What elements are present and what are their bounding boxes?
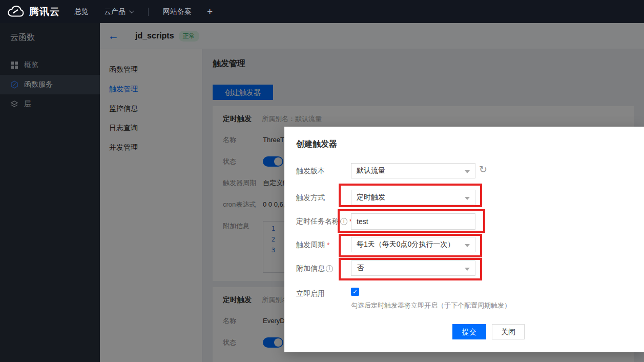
close-button[interactable]: 关闭: [492, 324, 525, 339]
info-icon: i: [340, 218, 347, 225]
task-name-input[interactable]: [351, 213, 475, 230]
method-select-value: 定时触发: [357, 193, 385, 202]
nav-products-label: 云产品: [104, 7, 126, 16]
extra-info-label: 附加信息 i: [296, 264, 333, 273]
version-select-value: 默认流量: [357, 166, 385, 175]
extra-info-select[interactable]: 否: [351, 260, 475, 276]
modal-title: 创建触发器: [296, 139, 337, 150]
task-name-label-text: 定时任务名称: [296, 217, 339, 226]
nav-add-button[interactable]: +: [207, 6, 213, 17]
create-trigger-modal: 创建触发器 触发版本 默认流量 ↻ 触发方式 定时触发 定时任务名称 i * 触…: [284, 127, 644, 352]
caret-down-icon: [465, 170, 470, 173]
brand-name: 腾讯云: [29, 5, 60, 18]
caret-down-icon: [465, 268, 470, 271]
caret-down-icon: [465, 197, 470, 200]
nav-divider: [148, 8, 149, 16]
enable-checkbox[interactable]: ✓: [351, 288, 359, 296]
method-select[interactable]: 定时触发: [351, 190, 475, 205]
info-icon: i: [326, 265, 333, 272]
chevron-down-icon: [129, 8, 134, 13]
version-label: 触发版本: [296, 167, 325, 176]
method-label: 触发方式: [296, 193, 325, 203]
task-name-label: 定时任务名称 i *: [296, 217, 352, 226]
cycle-label-text: 触发周期: [296, 240, 325, 250]
nav-products[interactable]: 云产品: [104, 7, 133, 16]
required-mark: *: [327, 241, 329, 249]
nav-beian[interactable]: 网站备案: [163, 7, 192, 16]
extra-info-label-text: 附加信息: [296, 264, 325, 273]
cycle-select[interactable]: 每1天（每天0点0分执行一次）: [351, 237, 475, 252]
brand[interactable]: 腾讯云: [7, 5, 60, 18]
extra-info-select-value: 否: [357, 264, 364, 273]
tencent-cloud-logo-icon: [7, 5, 25, 18]
cycle-select-value: 每1天（每天0点0分执行一次）: [357, 240, 454, 249]
version-select[interactable]: 默认流量: [351, 163, 475, 178]
top-nav: 腾讯云 总览 云产品 网站备案 +: [0, 0, 644, 23]
nav-overview[interactable]: 总览: [74, 7, 89, 16]
enable-hint: 勾选后定时触发器将立即开启（于下个配置周期触发）: [351, 301, 511, 310]
caret-down-icon: [465, 244, 470, 247]
cycle-label: 触发周期 *: [296, 240, 329, 250]
enable-label: 立即启用: [296, 289, 325, 298]
top-nav-menu: 总览 云产品 网站备案 +: [74, 6, 228, 17]
refresh-icon[interactable]: ↻: [479, 164, 487, 175]
submit-button[interactable]: 提交: [452, 324, 486, 339]
